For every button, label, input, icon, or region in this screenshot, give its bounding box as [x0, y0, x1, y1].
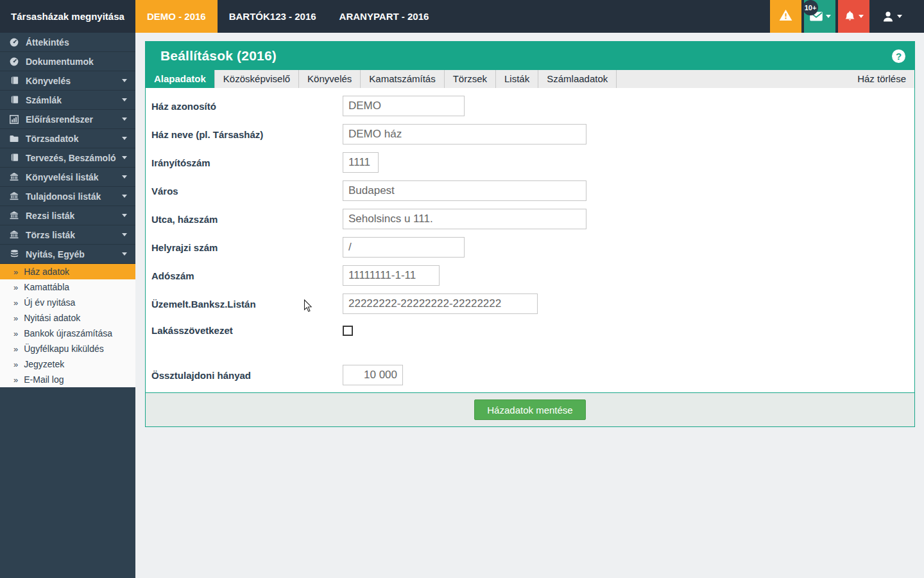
page-title: Beállítások (2016) — [160, 48, 277, 64]
house-data-form: Ház azonosító Ház neve (pl. Társasház) I… — [146, 88, 914, 392]
caret-down-icon — [122, 156, 127, 159]
sidebar-item-torzsadatok[interactable]: Törzsadatok — [0, 129, 135, 148]
settings-tabbar: Alapadatok Közösképviselő Könyvelés Kama… — [146, 70, 914, 88]
sidebar-item-dokumentumok[interactable]: Dokumentumok — [0, 52, 135, 71]
submenu-item-kamattabla[interactable]: » Kamattábla — [0, 279, 135, 295]
house-tab-demo[interactable]: DEMO - 2016 — [135, 0, 218, 33]
sidebar-item-label: Áttekintés — [26, 37, 69, 48]
submenu-item-bankok-ujraszamitasa[interactable]: » Bankok újraszámítása — [0, 326, 135, 341]
sidebar-item-konyvelesi-listak[interactable]: Könyvelési listák — [0, 168, 135, 187]
haz-azonosito-input[interactable] — [343, 96, 465, 116]
delete-house-link[interactable]: Ház törlése — [857, 70, 914, 88]
submenu-item-uj-ev-nyitasa[interactable]: » Új év nyitása — [0, 295, 135, 310]
bank-icon — [8, 172, 20, 182]
sidebar-submenu-nyitas-egyeb: » Ház adatok » Kamattábla » Új év nyitás… — [0, 264, 135, 387]
double-chevron-icon: » — [13, 283, 18, 292]
sidebar-item-label: Tervezés, Beszámoló — [26, 153, 116, 163]
tab-kozoskepviselo[interactable]: Közösképviselő — [215, 70, 299, 88]
submenu-item-nyitasi-adatok[interactable]: » Nyitási adatok — [0, 310, 135, 326]
ossztulajdoni-hanyad-input[interactable] — [343, 365, 403, 385]
utca-hazszam-input[interactable] — [343, 209, 586, 229]
messages-button[interactable]: 10+ — [804, 0, 835, 33]
lakasszovetkezet-checkbox[interactable] — [343, 326, 353, 336]
sidebar-item-konyveles[interactable]: Könyvelés — [0, 71, 135, 91]
sidebar-item-label: Előírásrendszer — [26, 114, 93, 125]
warning-button[interactable] — [770, 0, 801, 33]
submenu-item-ugyfelkapu-kikuldes[interactable]: » Ügyfélkapu kiküldés — [0, 341, 135, 356]
tab-konyveles[interactable]: Könyvelés — [299, 70, 361, 88]
caret-down-icon — [122, 233, 127, 236]
panel-header: Beállítások (2016) ? — [146, 42, 914, 70]
sidebar-item-label: Törzsadatok — [26, 134, 78, 144]
uzemelt-banksz-input[interactable] — [343, 293, 538, 314]
help-icon[interactable]: ? — [892, 49, 905, 63]
double-chevron-icon: » — [13, 375, 18, 385]
tab-szamlaadatok[interactable]: Számlaadatok — [538, 70, 617, 88]
sidebar-item-nyitas-egyeb[interactable]: Nyitás, Egyéb — [0, 245, 135, 264]
sidebar-item-label: Dokumentumok — [26, 57, 94, 67]
caret-down-icon — [122, 137, 127, 140]
save-house-data-button[interactable]: Házadatok mentése — [474, 399, 585, 420]
chevron-down-icon — [826, 15, 831, 18]
caret-down-icon — [122, 98, 127, 101]
submenu-item-haz-adatok[interactable]: » Ház adatok — [0, 264, 135, 279]
submenu-item-email-log[interactable]: » E-Mail log — [0, 372, 135, 387]
double-chevron-icon: » — [13, 329, 18, 338]
sidebar-item-tulajdonosi-listak[interactable]: Tulajdonosi listák — [0, 187, 135, 206]
sidebar: Áttekintés Dokumentumok Könyvelés Számlá… — [0, 33, 135, 578]
submenu-item-label: Ház adatok — [24, 267, 69, 277]
house-tab-aranypart[interactable]: ARANYPART - 2016 — [328, 0, 441, 33]
caret-down-icon — [122, 175, 127, 179]
field-label-iranyitoszam: Irányítószám — [151, 157, 343, 168]
sidebar-item-label: Könyvelési listák — [26, 172, 99, 182]
submenu-item-label: Kamattábla — [24, 282, 69, 292]
sidebar-item-torzs-listak[interactable]: Törzs listák — [0, 225, 135, 245]
field-label-lakasszovetkezet: Lakásszövetkezet — [151, 325, 343, 336]
adoszam-input[interactable] — [343, 265, 440, 286]
settings-panel: Beállítások (2016) ? Alapadatok Közöskép… — [145, 41, 915, 427]
tab-alapadatok[interactable]: Alapadatok — [146, 70, 215, 88]
topbar: Társasházak megnyitása DEMO - 2016 BARTÓ… — [0, 0, 924, 33]
submenu-item-label: Nyitási adatok — [24, 313, 80, 323]
caret-down-icon — [122, 118, 127, 121]
sidebar-item-label: Számlák — [26, 95, 62, 105]
haz-neve-input[interactable] — [343, 124, 586, 144]
sidebar-item-szamlak[interactable]: Számlák — [0, 91, 135, 110]
submenu-item-label: E-Mail log — [24, 374, 64, 385]
varos-input[interactable] — [343, 180, 586, 201]
sidebar-item-tervezes-beszamolo[interactable]: Tervezés, Beszámoló — [0, 148, 135, 168]
tab-kamatszamitas[interactable]: Kamatszámítás — [361, 70, 444, 88]
user-menu-button[interactable] — [876, 0, 907, 33]
double-chevron-icon: » — [13, 298, 18, 308]
double-chevron-icon: » — [13, 344, 18, 354]
submenu-item-label: Új év nyitása — [24, 297, 75, 308]
submenu-item-jegyzetek[interactable]: » Jegyzetek — [0, 356, 135, 372]
sidebar-item-eloirasrendszer[interactable]: Előírásrendszer — [0, 110, 135, 129]
topbar-actions: 10+ — [770, 0, 907, 33]
helyrajzi-szam-input[interactable] — [343, 237, 465, 258]
app-title: Társasházak megnyitása — [0, 0, 135, 33]
bank-icon — [8, 230, 20, 240]
book-icon — [8, 76, 20, 85]
house-tab-bartok[interactable]: BARTÓK123 - 2016 — [218, 0, 328, 33]
bar-chart-icon — [8, 114, 20, 125]
gauge-icon — [8, 57, 20, 67]
folder-icon — [8, 134, 20, 144]
iranyitoszam-input[interactable] — [343, 152, 379, 173]
submenu-item-label: Jegyzetek — [24, 359, 64, 369]
field-label-helyrajzi-szam: Helyrajzi szám — [151, 242, 343, 253]
caret-down-icon — [122, 79, 127, 82]
field-label-ossztulajdoni-hanyad: Össztulajdoni hányad — [151, 370, 343, 381]
bank-icon — [8, 211, 20, 220]
messages-count-badge: 10+ — [803, 0, 818, 15]
tab-listak[interactable]: Listák — [496, 70, 538, 88]
sidebar-item-label: Törzs listák — [26, 230, 75, 240]
tab-torzsek[interactable]: Törzsek — [445, 70, 496, 88]
sidebar-item-label: Nyitás, Egyéb — [26, 249, 85, 259]
sidebar-item-rezsi-listak[interactable]: Rezsi listák — [0, 206, 135, 225]
double-chevron-icon: » — [13, 267, 18, 277]
notifications-button[interactable] — [838, 0, 869, 33]
sidebar-item-attekintes[interactable]: Áttekintés — [0, 33, 135, 52]
field-label-adoszam: Adószám — [151, 270, 343, 281]
field-label-haz-neve: Ház neve (pl. Társasház) — [151, 129, 343, 140]
